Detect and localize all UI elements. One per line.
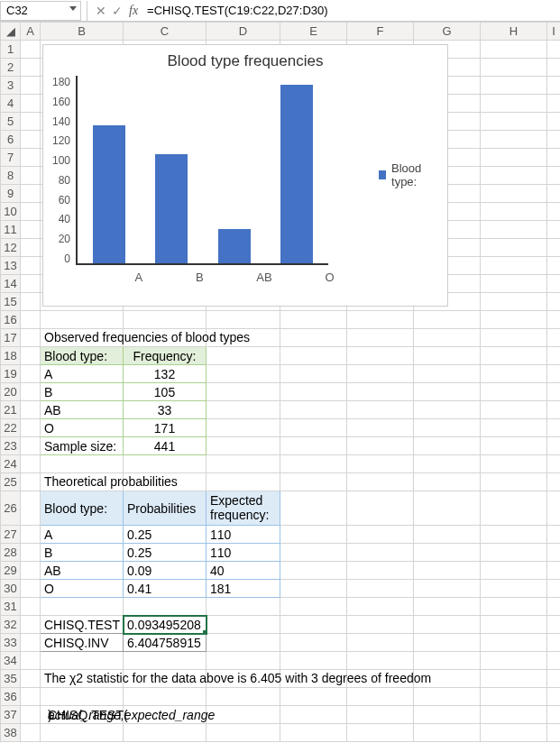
row-header[interactable]: 21 xyxy=(1,401,21,419)
note-text[interactable]: The χ2 statistic for the data above is 6… xyxy=(41,670,124,688)
cell[interactable]: 171 xyxy=(124,419,207,437)
separator xyxy=(87,1,87,21)
row-header[interactable]: 38 xyxy=(1,724,21,742)
cell[interactable]: 0.41 xyxy=(124,580,207,598)
fx-icon[interactable]: fx xyxy=(129,4,138,18)
row-header[interactable]: 32 xyxy=(1,616,21,634)
name-box[interactable]: C32 xyxy=(0,1,81,21)
row-header[interactable]: 22 xyxy=(1,419,21,437)
chart-xaxis: A B AB O xyxy=(108,271,361,284)
row-header[interactable]: 2 xyxy=(1,59,21,77)
cancel-icon[interactable]: ✕ xyxy=(93,4,109,18)
chart-plot-area xyxy=(76,76,328,265)
col-header[interactable]: G xyxy=(414,23,481,41)
cell[interactable]: 0.25 xyxy=(124,544,207,562)
chisq-test-value[interactable]: 0.093495208 xyxy=(124,616,207,634)
formula-input[interactable] xyxy=(143,4,560,17)
row-header[interactable]: 35 xyxy=(1,670,21,688)
cell[interactable]: 0.09 xyxy=(124,562,207,580)
row-header[interactable]: 15 xyxy=(1,293,21,311)
row-header[interactable]: 37 xyxy=(1,706,21,724)
cell[interactable]: AB xyxy=(41,401,124,419)
chart[interactable]: Blood type frequencies 180160 140120 100… xyxy=(42,44,448,307)
cell[interactable]: 132 xyxy=(124,365,207,383)
col-header[interactable]: E xyxy=(280,23,347,41)
col-header[interactable]: F xyxy=(347,23,414,41)
row-header[interactable]: 25 xyxy=(1,473,21,491)
table2-header[interactable]: Probabilities xyxy=(124,491,207,526)
cell[interactable]: AB xyxy=(41,562,124,580)
table2-header[interactable]: Blood type: xyxy=(41,491,124,526)
chevron-down-icon[interactable] xyxy=(69,6,77,11)
chisq-inv-value[interactable]: 6.404758915 xyxy=(124,634,207,652)
row-header[interactable]: 11 xyxy=(1,221,21,239)
cell[interactable]: 105 xyxy=(124,383,207,401)
row-header[interactable]: 8 xyxy=(1,167,21,185)
cell[interactable]: 110 xyxy=(207,544,280,562)
row-header[interactable]: 4 xyxy=(1,95,21,113)
confirm-icon[interactable]: ✓ xyxy=(109,4,125,18)
cell[interactable]: 110 xyxy=(207,526,280,544)
row-header[interactable]: 30 xyxy=(1,580,21,598)
chart-bar xyxy=(280,85,313,263)
row-header[interactable]: 20 xyxy=(1,383,21,401)
table1-header[interactable]: Blood type: xyxy=(41,347,124,365)
cell[interactable]: O xyxy=(41,419,124,437)
row-header[interactable]: 9 xyxy=(1,185,21,203)
chisq-inv-label[interactable]: CHISQ.INV xyxy=(41,634,124,652)
row-header[interactable]: 28 xyxy=(1,544,21,562)
cell[interactable]: A xyxy=(41,365,124,383)
row-header[interactable]: 24 xyxy=(1,455,21,473)
row-header[interactable]: 31 xyxy=(1,598,21,616)
col-header[interactable]: A xyxy=(21,23,41,41)
row-header[interactable]: 7 xyxy=(1,149,21,167)
chart-legend: Blood type: xyxy=(379,76,438,274)
row-header[interactable]: 5 xyxy=(1,113,21,131)
cell[interactable]: 0.25 xyxy=(124,526,207,544)
col-header[interactable]: B xyxy=(41,23,124,41)
row-header[interactable]: 27 xyxy=(1,526,21,544)
chart-yaxis: 180160 140120 10080 6040 200 xyxy=(52,76,76,265)
row-header[interactable]: 13 xyxy=(1,257,21,275)
syntax-text[interactable]: CHISQ.TEST(actual_range,expected_range) xyxy=(41,706,124,724)
table2-title[interactable]: Theoretical probabilities xyxy=(41,473,124,491)
row-header[interactable]: 1 xyxy=(1,41,21,59)
cell[interactable]: B xyxy=(41,383,124,401)
row-header[interactable]: 36 xyxy=(1,688,21,706)
row-header[interactable]: 12 xyxy=(1,239,21,257)
fill-handle[interactable] xyxy=(203,630,207,634)
cell[interactable]: O xyxy=(41,580,124,598)
cell[interactable]: 181 xyxy=(207,580,280,598)
cell[interactable]: A xyxy=(41,526,124,544)
row-header[interactable]: 29 xyxy=(1,562,21,580)
cell[interactable]: 40 xyxy=(207,562,280,580)
table1-title[interactable]: Observed frequencies of blood types xyxy=(41,329,124,347)
cell[interactable]: Sample size: xyxy=(41,437,124,455)
row-header[interactable]: 17 xyxy=(1,329,21,347)
col-header[interactable]: I xyxy=(547,23,561,41)
chisq-test-label[interactable]: CHISQ.TEST xyxy=(41,616,124,634)
row-header[interactable]: 14 xyxy=(1,275,21,293)
cell[interactable]: 33 xyxy=(124,401,207,419)
row-header[interactable]: 23 xyxy=(1,437,21,455)
row-header[interactable]: 19 xyxy=(1,365,21,383)
row-header[interactable]: 34 xyxy=(1,652,21,670)
row-header[interactable]: 3 xyxy=(1,77,21,95)
row-header[interactable]: 6 xyxy=(1,131,21,149)
cell[interactable]: 441 xyxy=(124,437,207,455)
row-header[interactable]: 18 xyxy=(1,347,21,365)
chart-title: Blood type frequencies xyxy=(52,52,438,70)
spreadsheet-grid[interactable]: ◢ A B C D E F G H I 1 2 3 4 5 6 7 8 9 10… xyxy=(0,22,560,742)
col-header[interactable]: C xyxy=(124,23,207,41)
cell[interactable]: B xyxy=(41,544,124,562)
row-header[interactable]: 33 xyxy=(1,634,21,652)
row-header[interactable]: 16 xyxy=(1,311,21,329)
table2-header[interactable]: Expected frequency: xyxy=(207,491,280,526)
col-header[interactable]: H xyxy=(481,23,547,41)
select-all-corner[interactable]: ◢ xyxy=(1,23,21,41)
table1-header[interactable]: Frequency: xyxy=(124,347,207,365)
col-header[interactable]: D xyxy=(207,23,280,41)
row-header[interactable]: 10 xyxy=(1,203,21,221)
legend-swatch xyxy=(379,170,386,179)
row-header[interactable]: 26 xyxy=(1,491,21,526)
